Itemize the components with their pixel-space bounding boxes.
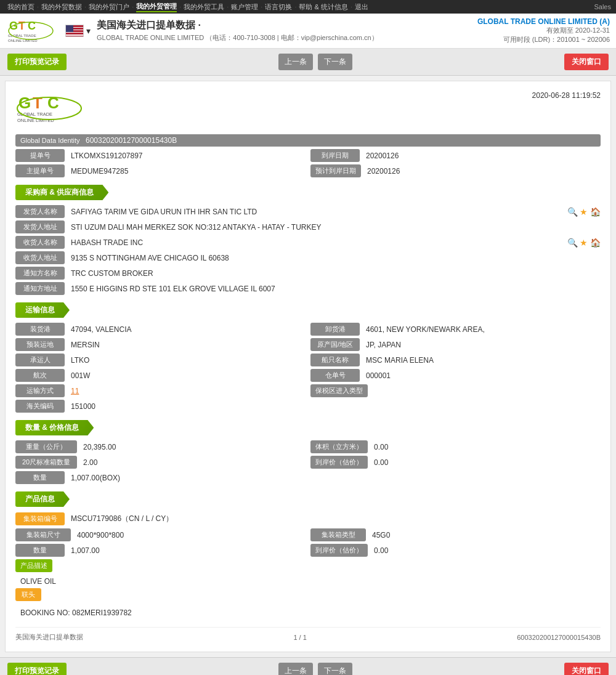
notify-name-row: 通知方名称 TRC CUSTOM BROKER — [15, 267, 601, 280]
container20-value: 2.00 — [81, 456, 306, 469]
nav-logout[interactable]: 退出 — [355, 2, 368, 12]
notify-name-value: TRC CUSTOM BROKER — [68, 267, 601, 280]
vessel-label: 船只名称 — [310, 354, 360, 366]
load-port-field: 装货港 47094, VALENCIA — [15, 323, 306, 336]
container-size-type-row: 集装箱尺寸 4000*900*800 集装箱类型 45G0 — [15, 528, 601, 541]
product-qty-value: 1,007.00 — [68, 544, 306, 557]
account-info: GLOBAL TRADE ONLINE LIMITED (A) 有效期至 202… — [477, 17, 610, 44]
bottom-close-button[interactable]: 关闭窗口 — [564, 663, 609, 675]
ldr-info: 可用时段 (LDR)：201001 ~ 202006 — [477, 35, 610, 44]
home-icon-2[interactable]: 🏠 — [590, 238, 601, 248]
bottom-print-button[interactable]: 打印预览记录 — [7, 663, 67, 675]
load-port-label: 装货港 — [15, 323, 65, 336]
carrier-value: LTKO — [68, 354, 306, 366]
header-button[interactable]: 联头 — [15, 588, 41, 601]
star-icon-2[interactable]: ★ — [580, 238, 588, 248]
svg-text:T: T — [33, 94, 43, 112]
arrival-price-value: 0.00 — [371, 456, 601, 469]
bottom-next-button[interactable]: 下一条 — [318, 663, 352, 675]
shipper-addr-value: STI UZUM DALI MAH MERKEZ SOK NO:312 ANTA… — [68, 221, 601, 233]
next-button[interactable]: 下一条 — [318, 54, 352, 70]
product-desc-value: OLIVE OIL — [15, 575, 601, 588]
notify-addr-value: 1550 E HIGGINS RD STE 101 ELK GROVE VILL… — [68, 283, 601, 295]
consignee-addr-label: 收货人地址 — [15, 251, 65, 264]
prev-button[interactable]: 上一条 — [278, 54, 313, 70]
close-button[interactable]: 关闭窗口 — [564, 54, 609, 70]
carrier-vessel-row: 承运人 LTKO 船只名称 MSC MARIA ELENA — [15, 354, 601, 366]
carrier-field: 承运人 LTKO — [15, 354, 306, 366]
product-section-title: 产品信息 — [15, 491, 70, 507]
doc-footer-page: 1 / 1 — [293, 634, 306, 641]
transport-section-header: 运输信息 — [15, 302, 601, 318]
nav-help[interactable]: 帮助 & 统计信息 — [299, 2, 347, 12]
numbers-section-title: 数量 & 价格信息 — [15, 420, 94, 435]
logo-area: G T C GLOBAL TRADE ONLINE LIMITED — [6, 17, 55, 44]
doc-footer-id: 600320200127000015430B — [517, 634, 601, 641]
container-no-label: 集装箱编号 — [15, 512, 65, 525]
supplier-section-header: 采购商 & 供应商信息 — [15, 185, 601, 200]
bill-no-label: 提单号 — [15, 149, 65, 162]
transport-mode-value[interactable]: 11 — [68, 385, 306, 397]
nav-export-data[interactable]: 我的外贸数据 — [41, 2, 82, 12]
manifest-field: 仓单号 000001 — [310, 369, 601, 382]
nav-language[interactable]: 语言切换 — [265, 2, 292, 12]
consignee-addr-row: 收货人地址 9135 S NOTTINGHAM AVE CHICAGO IL 6… — [15, 251, 601, 264]
nav-account[interactable]: 账户管理 — [231, 2, 258, 12]
discharge-port-label: 卸货港 — [310, 323, 360, 336]
quantity-row: 数量 1,007.00(BOX) — [15, 471, 601, 484]
preload-origin-row: 预装运地 MERSIN 原产国/地区 JP, JAPAN — [15, 338, 601, 351]
flag-area[interactable]: ▾ — [65, 25, 91, 37]
customs-code-value: 151000 — [68, 400, 601, 413]
product-qty-field: 数量 1,007.00 — [15, 544, 306, 557]
main-bill-value: MEDUME947285 — [68, 165, 306, 177]
container20-field: 20尺标准箱数量 2.00 — [15, 456, 306, 469]
gdi-label: Global Data Identity — [20, 137, 82, 144]
volume-label: 体积（立方米） — [310, 440, 368, 453]
main-bill-label: 主提单号 — [15, 164, 65, 177]
customs-code-label: 海关编码 — [15, 400, 65, 413]
us-flag — [65, 25, 84, 37]
load-port-value: 47094, VALENCIA — [68, 323, 306, 336]
container-price-row: 20尺标准箱数量 2.00 到岸价（估价） 0.00 — [15, 456, 601, 469]
booking-value: 082MERI1939782 — [72, 608, 132, 617]
supplier-section-title: 采购商 & 供应商信息 — [15, 185, 108, 200]
main-bill-est-row: 主提单号 MEDUME947285 预计到岸日期 20200126 — [15, 164, 601, 177]
volume-value: 0.00 — [371, 441, 601, 453]
nav-export-tools[interactable]: 我的外贸工具 — [184, 2, 224, 12]
header-btn-row: 联头 — [15, 588, 601, 604]
product-qty-price-row: 数量 1,007.00 到岸价（估价） 0.00 — [15, 544, 601, 557]
nav-export-manage[interactable]: 我的外贸管理 — [136, 2, 177, 12]
search-icon[interactable]: 🔍 — [567, 207, 577, 217]
transport-bonded-row: 运输方式 11 保税区进入类型 — [15, 384, 601, 397]
bottom-prev-button[interactable]: 上一条 — [278, 663, 313, 675]
search-icon-2[interactable]: 🔍 — [567, 238, 577, 248]
origin-label: 原产国/地区 — [310, 338, 360, 351]
star-icon[interactable]: ★ — [580, 207, 588, 217]
main-content: G T C GLOBAL TRADE ONLINE LIMITED 2020-0… — [5, 81, 611, 652]
gdi-row: Global Data Identity 6003202001270000154… — [15, 134, 601, 147]
nav-home[interactable]: 我的首页 — [7, 2, 34, 12]
vessel-field: 船只名称 MSC MARIA ELENA — [310, 354, 601, 366]
pre-load-field: 预装运地 MERSIN — [15, 338, 306, 351]
nav-export-portal[interactable]: 我的外贸门户 — [89, 2, 129, 12]
account-name: GLOBAL TRADE ONLINE LIMITED (A) — [477, 17, 610, 26]
product-desc-label: 产品描述 — [15, 559, 52, 572]
subtitle-company: GLOBAL TRADE ONLINE LIMITED — [97, 34, 204, 41]
bill-no-field: 提单号 LTKOMXS191207897 — [15, 149, 306, 162]
notify-name-label: 通知方名称 — [15, 267, 65, 280]
discharge-port-field: 卸货港 4601, NEW YORK/NEWARK AREA, — [310, 323, 601, 336]
notify-addr-label: 通知方地址 — [15, 282, 65, 295]
home-icon[interactable]: 🏠 — [590, 207, 601, 217]
shipper-addr-label: 发货人地址 — [15, 220, 65, 233]
arrival-date-value: 20200126 — [363, 150, 601, 162]
quantity-value: 1,007.00(BOX) — [68, 472, 601, 484]
product-desc-row: 产品描述 — [15, 559, 601, 572]
container-type-field: 集装箱类型 45G0 — [310, 528, 601, 541]
print-button[interactable]: 打印预览记录 — [7, 54, 67, 70]
est-arrival-label: 预计到岸日期 — [310, 164, 361, 177]
container20-label: 20尺标准箱数量 — [15, 456, 77, 469]
arrival-price-field: 到岸价（估价） 0.00 — [310, 456, 601, 469]
product-qty-label: 数量 — [15, 544, 65, 557]
weight-field: 重量（公斤） 20,395.00 — [15, 440, 306, 453]
vessel-value: MSC MARIA ELENA — [363, 354, 601, 366]
